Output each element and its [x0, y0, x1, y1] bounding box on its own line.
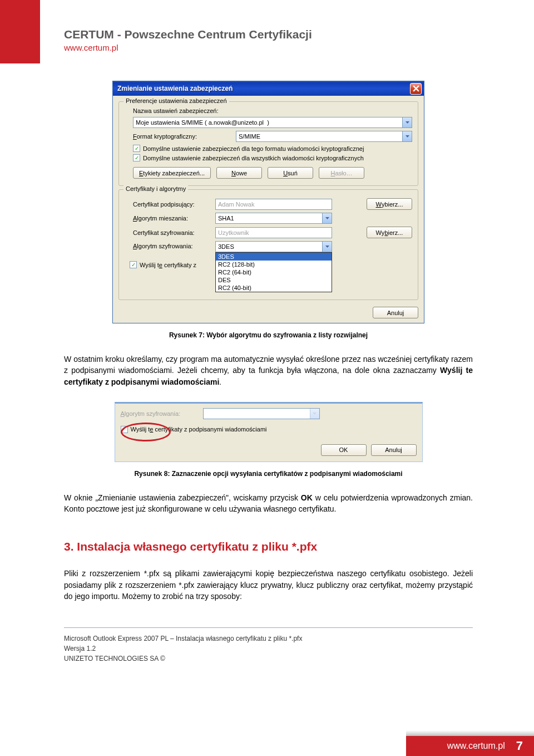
encryption-alg-input[interactable] [215, 241, 332, 252]
encryption-alg-label: Algorytm szyfrowania: [133, 241, 215, 249]
group-security-prefs: Preferencje ustawienia zabezpieczeń Nazw… [118, 101, 418, 186]
settings-name-input[interactable] [133, 117, 412, 128]
group-certs-legend: Certyfikaty i algorytmy [123, 185, 188, 192]
page-footer: www.certum.pl 7 [406, 736, 534, 756]
default-for-format-checkbox[interactable]: ✓ Domyślne ustawienie zabezpieczeń dla t… [133, 145, 412, 152]
checkbox-checked-icon: ✓ [130, 261, 137, 268]
document-footer: Microsoft Outlook Express 2007 PL – Inst… [64, 627, 473, 664]
choose-encryption-cert-button[interactable]: Wybierz... [367, 227, 412, 238]
page-number: 7 [516, 739, 523, 753]
hash-alg-label: Algorytm mieszania: [133, 215, 215, 222]
chevron-down-icon[interactable] [322, 213, 332, 223]
checkbox-checked-icon: ✓ [121, 426, 128, 433]
dialog-body: Preferencje ustawienia zabezpieczeń Nazw… [113, 96, 424, 323]
chevron-down-icon[interactable] [402, 117, 412, 127]
settings-name-combo[interactable] [133, 117, 412, 128]
encryption-alg-label-disabled: Algorytm szyfrowania: [121, 410, 203, 417]
list-item[interactable]: RC2 (40-bit) [216, 284, 332, 292]
settings-name-label: Nazwa ustawień zabezpieczeń: [133, 107, 412, 114]
chevron-down-icon[interactable] [322, 242, 332, 252]
header-red-block [0, 0, 40, 63]
dialog-titlebar[interactable]: Zmienianie ustawienia zabezpieczeń [113, 81, 424, 96]
encryption-cert-field [215, 227, 332, 238]
default-for-all-checkbox[interactable]: ✓ Domyślne ustawienie zabezpieczeń dla w… [133, 154, 412, 161]
encryption-alg-combo[interactable]: 3DES RC2 (128-bit) RC2 (64-bit) DES RC2 … [215, 241, 332, 252]
list-item[interactable]: 3DES [216, 253, 332, 261]
crypto-format-input[interactable] [236, 131, 412, 142]
dialog-send-certs-snippet: Algorytm szyfrowania: ✓ Wyślij te certyf… [115, 402, 423, 462]
paragraph-3: Pliki z rozszerzeniem *.pfx są plikami z… [64, 568, 473, 602]
crypto-format-label: Format kryptograficzny: [133, 133, 236, 140]
page-footer-shadow [406, 730, 534, 736]
footer-line-1: Microsoft Outlook Express 2007 PL – Inst… [64, 634, 473, 644]
choose-signing-cert-button[interactable]: Wybierz... [367, 198, 412, 210]
ok-button[interactable]: OK [321, 444, 367, 456]
checkbox-checked-icon: ✓ [133, 154, 140, 161]
encryption-cert-label: Certyfikat szyfrowania: [133, 229, 215, 236]
delete-button[interactable]: Usuń [268, 167, 313, 179]
header-title: CERTUM - Powszechne Centrum Certyfikacji [64, 28, 312, 41]
figure-8-caption: Rysunek 8: Zaznaczenie opcji wysyłania c… [64, 470, 473, 478]
signing-cert-field [215, 199, 332, 210]
footer-line-2: Wersja 1.2 [64, 644, 473, 654]
prefs-button-row: Etykiety zabezpieczeń... Nowe Usuń Hasło… [133, 167, 412, 179]
page-header: CERTUM - Powszechne Centrum Certyfikacji… [64, 28, 312, 52]
list-item[interactable]: RC2 (128-bit) [216, 261, 332, 268]
paragraph-2: W oknie „Zmienianie ustawienia zabezpiec… [64, 492, 473, 515]
header-url: www.certum.pl [64, 43, 312, 52]
send-certs-checkbox-highlighted[interactable]: ✓ Wyślij te certyfikaty z podpisanymi wi… [121, 426, 417, 433]
content-column: Zmienianie ustawienia zabezpieczeń Prefe… [64, 81, 473, 664]
page-footer-url: www.certum.pl [447, 741, 505, 751]
encryption-alg-combo-disabled [203, 408, 320, 419]
figure-7-caption: Rysunek 7: Wybór algorytmu do szyfrowani… [64, 331, 473, 339]
encryption-alg-listbox[interactable]: 3DES RC2 (128-bit) RC2 (64-bit) DES RC2 … [215, 252, 332, 292]
hash-alg-input[interactable] [215, 213, 332, 224]
dialog-title: Zmienianie ustawienia zabezpieczeń [115, 85, 233, 92]
list-item[interactable]: DES [216, 276, 332, 284]
signing-cert-label: Certyfikat podpisujący: [133, 201, 215, 208]
footer-line-3: UNIZETO TECHNOLOGIES SA © [64, 654, 473, 664]
chevron-down-icon [310, 409, 319, 419]
group-security-legend: Preferencje ustawienia zabezpieczeń [123, 97, 229, 104]
cancel-button[interactable]: Anuluj [373, 307, 418, 318]
chevron-down-icon[interactable] [402, 131, 412, 141]
list-item[interactable]: RC2 (64-bit) [216, 268, 332, 276]
new-button[interactable]: Nowe [216, 167, 262, 179]
password-button: Hasło… [319, 167, 364, 179]
dialog-change-security-settings: Zmienianie ustawienia zabezpieczeń Prefe… [112, 81, 424, 323]
section-3-heading: 3. Instalacja własnego certyfikatu z pli… [64, 540, 473, 553]
crypto-format-combo[interactable] [236, 131, 412, 142]
paragraph-1: W ostatnim kroku określamy, czy program … [64, 354, 473, 387]
security-labels-button[interactable]: Etykiety zabezpieczeń... [133, 167, 211, 179]
cancel-button[interactable]: Anuluj [371, 444, 417, 456]
close-icon[interactable] [410, 83, 422, 95]
snippet-button-row: OK Anuluj [121, 441, 417, 456]
checkbox-checked-icon: ✓ [133, 145, 140, 152]
send-certs-checkbox[interactable]: ✓ Wyślij te certyfikaty z [130, 261, 196, 268]
dialog-footer-buttons: Anuluj [118, 303, 418, 318]
hash-alg-combo[interactable] [215, 213, 332, 224]
group-certs-algorithms: Certyfikaty i algorytmy Certyfikat podpi… [118, 189, 418, 300]
